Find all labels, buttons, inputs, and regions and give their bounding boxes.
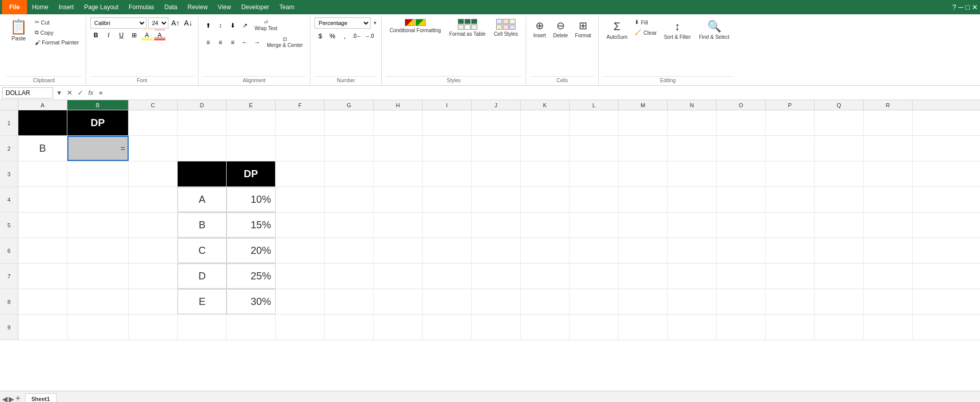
cell-m7[interactable] — [619, 264, 668, 289]
cell-a1[interactable] — [18, 110, 67, 135]
cell-o2[interactable] — [717, 136, 766, 161]
align-center-btn[interactable]: ≡ — [215, 37, 226, 48]
cell-n9[interactable] — [668, 315, 717, 340]
cell-l3[interactable] — [570, 161, 619, 186]
cell-j7[interactable] — [472, 264, 521, 289]
cell-b7[interactable] — [67, 264, 129, 289]
cell-b9[interactable] — [67, 315, 129, 340]
cell-e7[interactable]: 25% — [227, 264, 276, 289]
cell-q1[interactable] — [815, 110, 864, 135]
menu-page-layout[interactable]: Page Layout — [79, 0, 124, 14]
cell-f8[interactable] — [276, 289, 325, 314]
cell-e6[interactable]: 20% — [227, 238, 276, 263]
col-header-o[interactable]: O — [717, 100, 766, 110]
row-num-6[interactable]: 6 — [0, 238, 18, 263]
align-right-btn[interactable]: ≡ — [227, 37, 238, 48]
cell-o5[interactable] — [717, 212, 766, 238]
wrap-text-button[interactable]: ⏎ Wrap Text — [252, 17, 281, 33]
row-num-2[interactable]: 2 — [0, 136, 18, 161]
underline-button[interactable]: U — [116, 30, 127, 41]
cell-c6[interactable] — [129, 238, 178, 263]
cell-e5[interactable]: 15% — [227, 212, 276, 238]
cell-f9[interactable] — [276, 315, 325, 340]
col-header-e[interactable]: E — [227, 100, 276, 110]
cell-r7[interactable] — [864, 264, 913, 289]
cell-i6[interactable] — [423, 238, 472, 263]
menu-review[interactable]: Review — [182, 0, 212, 14]
cell-r4[interactable] — [864, 187, 913, 212]
cell-g5[interactable] — [325, 212, 374, 238]
cell-e8[interactable]: 30% — [227, 289, 276, 314]
row-num-1[interactable]: 1 — [0, 110, 18, 135]
sort-filter-button[interactable]: ↕ Sort & Filter — [660, 17, 695, 42]
cell-o7[interactable] — [717, 264, 766, 289]
decrease-font-btn[interactable]: A↓ — [183, 17, 194, 29]
col-header-j[interactable]: J — [472, 100, 521, 110]
cell-i3[interactable] — [423, 161, 472, 186]
cell-f2[interactable] — [276, 136, 325, 161]
cell-g4[interactable] — [325, 187, 374, 212]
cell-i1[interactable] — [423, 110, 472, 135]
cell-e3[interactable]: DP — [227, 161, 276, 186]
col-header-q[interactable]: Q — [815, 100, 864, 110]
cell-d7[interactable]: D — [178, 264, 227, 289]
cell-e4[interactable]: 10% — [227, 187, 276, 212]
cell-q7[interactable] — [815, 264, 864, 289]
cell-d6[interactable]: C — [178, 238, 227, 263]
cell-a4[interactable] — [18, 187, 67, 212]
cell-q8[interactable] — [815, 289, 864, 314]
name-dropdown-arrow[interactable]: ▼ — [55, 89, 63, 97]
add-sheet-button[interactable]: + — [15, 393, 21, 402]
cell-g1[interactable] — [325, 110, 374, 135]
cell-k9[interactable] — [521, 315, 570, 340]
cell-c8[interactable] — [129, 289, 178, 314]
help-icon[interactable]: ? — [952, 3, 957, 11]
cell-n4[interactable] — [668, 187, 717, 212]
file-tab[interactable]: File — [2, 0, 27, 14]
cell-styles-button[interactable]: Cell Styles — [490, 17, 521, 39]
restore-icon[interactable]: □ — [966, 3, 970, 11]
cell-m2[interactable] — [619, 136, 668, 161]
cell-q3[interactable] — [815, 161, 864, 186]
cell-g6[interactable] — [325, 238, 374, 263]
bold-button[interactable]: B — [90, 30, 102, 41]
cell-b3[interactable] — [67, 161, 129, 186]
cell-l1[interactable] — [570, 110, 619, 135]
cell-o6[interactable] — [717, 238, 766, 263]
increase-decimal-btn[interactable]: →.0 — [363, 30, 375, 41]
cell-k3[interactable] — [521, 161, 570, 186]
cell-g2[interactable] — [325, 136, 374, 161]
menu-developer[interactable]: Developer — [236, 0, 275, 14]
cell-q9[interactable] — [815, 315, 864, 340]
cell-h3[interactable] — [374, 161, 423, 186]
cell-h5[interactable] — [374, 212, 423, 238]
italic-button[interactable]: I — [103, 30, 114, 41]
cell-n8[interactable] — [668, 289, 717, 314]
cell-q5[interactable] — [815, 212, 864, 238]
fill-color-button[interactable]: A — [141, 30, 153, 41]
cell-j3[interactable] — [472, 161, 521, 186]
cell-h2[interactable] — [374, 136, 423, 161]
insert-button[interactable]: ⊕ Insert — [530, 17, 549, 40]
col-header-h[interactable]: H — [374, 100, 423, 110]
font-family-select[interactable]: Calibri — [90, 17, 146, 29]
comma-btn[interactable]: , — [339, 30, 350, 41]
cell-e1[interactable] — [227, 110, 276, 135]
row-num-8[interactable]: 8 — [0, 289, 18, 314]
cell-k2[interactable] — [521, 136, 570, 161]
cell-l5[interactable] — [570, 212, 619, 238]
cell-p4[interactable] — [766, 187, 815, 212]
cell-p3[interactable] — [766, 161, 815, 186]
cell-r8[interactable] — [864, 289, 913, 314]
align-top-btn[interactable]: ⬆ — [203, 20, 214, 31]
close-icon[interactable]: ✕ — [972, 3, 978, 11]
cell-a5[interactable] — [18, 212, 67, 238]
cell-f7[interactable] — [276, 264, 325, 289]
row-num-9[interactable]: 9 — [0, 315, 18, 340]
cell-i5[interactable] — [423, 212, 472, 238]
cell-p2[interactable] — [766, 136, 815, 161]
minimize-icon[interactable]: ─ — [959, 3, 964, 11]
clear-button[interactable]: 🧹 Clear — [632, 28, 659, 37]
currency-btn[interactable]: $ — [314, 30, 326, 41]
cell-h9[interactable] — [374, 315, 423, 340]
